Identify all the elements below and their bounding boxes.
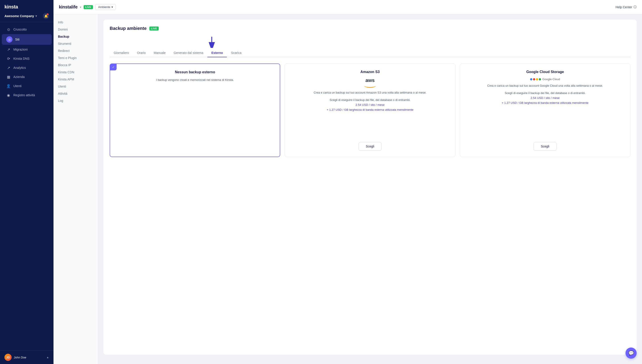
user-name: John Doe <box>14 356 26 359</box>
logo-text: kinsta <box>5 4 18 10</box>
card-gcloud-price2: + 1.27 USD / GB larghezza di banda ester… <box>502 101 588 104</box>
sidebar-item-azienda[interactable]: ▦ Azienda <box>2 72 52 81</box>
analytics-icon: ↗ <box>6 66 11 70</box>
sub-nav-strumenti[interactable]: Strumenti <box>54 40 98 47</box>
sub-nav-backup[interactable]: Backup <box>54 33 98 40</box>
sidebar-item-siti[interactable]: ◎ Siti <box>2 34 52 45</box>
tab-giornaliero[interactable]: Giornaliero <box>110 49 133 57</box>
sidebar-item-cruscotto[interactable]: ⊙ Cruscotto <box>2 25 52 34</box>
card-google-cloud: Google Cloud Storage <box>460 64 630 157</box>
nav-label: Kinsta DNS <box>13 57 30 60</box>
tab-generato[interactable]: Generato dal sistema <box>170 49 207 57</box>
gcloud-dot-blue <box>530 78 532 80</box>
selected-check-icon: ✓ <box>110 64 117 70</box>
sidebar-item-utenti[interactable]: 👤 Utenti <box>2 82 52 90</box>
aws-smile <box>364 84 376 88</box>
tab-orario[interactable]: Orario <box>133 49 150 57</box>
ambiente-button[interactable]: Ambiente ▾ <box>95 4 116 10</box>
nav-label: Azienda <box>13 75 25 79</box>
sub-nav-temi-plugin[interactable]: Temi e Plugin <box>54 54 98 62</box>
sidebar-item-analytics[interactable]: ↗ Analytics <box>2 63 52 72</box>
user-chevron-icon: ▲ <box>46 356 49 359</box>
sub-nav-kinsta-cdn[interactable]: Kinsta CDN <box>54 68 98 76</box>
card-s3-title: Amazon S3 <box>314 70 426 74</box>
gcloud-text: Google Cloud <box>542 78 560 81</box>
sub-nav-attivita[interactable]: Attività <box>54 90 98 97</box>
site-name: kinstalife <box>59 4 78 10</box>
user-avatar: JD <box>5 354 12 361</box>
company-row: Awesome Company ▾ 🔔 <box>5 13 49 19</box>
sub-nav-info[interactable]: Info <box>54 19 98 26</box>
card-s3-price1: 2.54 USD / sito / mese <box>356 103 385 106</box>
notification-dot <box>47 13 49 15</box>
nav-label: Registro attività <box>13 93 35 97</box>
company-name-text: Awesome Company <box>5 14 34 18</box>
card-no-backup[interactable]: ✓ Nessun backup esterno I backup vengono… <box>110 64 280 157</box>
sub-nav-log[interactable]: Log <box>54 97 98 104</box>
sidebar-footer: JD John Doe ▲ <box>0 350 54 364</box>
card-gcloud-pricing: 2.54 USD / sito / mese + 1.27 USD / GB l… <box>487 96 603 105</box>
card-s3-select-button[interactable]: Scegli <box>358 142 382 150</box>
sub-nav-domini[interactable]: Domini <box>54 26 98 33</box>
main: kinstalife ▾ LIVE Ambiente ▾ Help Center… <box>54 0 642 364</box>
sidebar-nav: ⊙ Cruscotto ◎ Siti ↗ Migrazioni ⟳ Kinsta… <box>0 22 54 350</box>
gcloud-dot-red <box>533 78 535 80</box>
help-center-link[interactable]: Help Center ⓘ <box>615 5 637 9</box>
sidebar-item-kinsta-dns[interactable]: ⟳ Kinsta DNS <box>2 54 52 63</box>
site-chevron-icon[interactable]: ▾ <box>80 5 81 9</box>
arrow-container <box>110 36 630 48</box>
tabs: Giornaliero Orario Manuale Generato dal … <box>110 49 630 57</box>
aws-logo: aws <box>314 78 426 88</box>
live-badge: LIVE <box>84 5 93 9</box>
sub-nav-utenti[interactable]: Utenti <box>54 83 98 90</box>
topbar-left: kinstalife ▾ LIVE Ambiente ▾ <box>59 4 116 10</box>
user-row[interactable]: JD John Doe <box>5 354 26 361</box>
users-icon: 👤 <box>6 84 11 88</box>
sidebar-item-migrazioni[interactable]: ↗ Migrazioni <box>2 45 52 54</box>
tab-scarica[interactable]: Scarica <box>227 49 245 57</box>
page-card: Backup ambiente LIVE <box>104 20 637 355</box>
gcloud-dot-green <box>539 78 541 80</box>
help-icon: ⓘ <box>633 5 637 9</box>
sidebar-item-registro[interactable]: ◉ Registro attività <box>2 91 52 100</box>
kinsta-logo: kinsta <box>5 4 49 10</box>
card-s3-description2: Scegli di eseguire il backup dei file, d… <box>314 98 426 102</box>
notification-bell[interactable]: 🔔 <box>43 13 49 19</box>
page-live-badge: LIVE <box>149 26 159 30</box>
sub-nav-redirect[interactable]: Redirect <box>54 47 98 54</box>
sub-sidebar: Info Domini Backup Strumenti Redirect Te… <box>54 14 98 364</box>
nav-label: Migrazioni <box>13 48 28 51</box>
home-icon: ⊙ <box>6 27 11 32</box>
activity-icon: ◉ <box>6 93 11 97</box>
gcloud-logo-inner: Google Cloud <box>530 78 560 81</box>
gcloud-dots <box>530 78 541 80</box>
card-s3-pricing: 2.54 USD / sito / mese + 1.27 USD / GB l… <box>314 102 426 112</box>
chat-button[interactable]: 💬 <box>625 348 637 359</box>
card-gcloud-price1: 2.54 USD / sito / mese <box>530 96 559 100</box>
card-s3-description: Crea e carica un backup sul tuo account … <box>314 90 426 95</box>
company-chevron-icon: ▾ <box>36 14 37 18</box>
help-center-text: Help Center <box>615 5 632 9</box>
company-icon: ▦ <box>6 75 11 79</box>
page-title: Backup ambiente <box>110 26 147 31</box>
sub-nav-blocca-ip[interactable]: Blocca IP <box>54 62 98 68</box>
nav-label: Utenti <box>13 84 22 88</box>
page-content: Backup ambiente LIVE <box>98 14 642 364</box>
card-gcloud-select-button[interactable]: Scegli <box>533 142 557 150</box>
arrow-down-icon <box>208 36 216 48</box>
aws-text: aws <box>364 78 376 83</box>
card-gcloud-description2: Scegli di eseguire il backup dei file, d… <box>487 91 603 96</box>
tab-esterno[interactable]: Esterno <box>207 49 227 57</box>
card-no-backup-title: Nessun backup esterno <box>156 70 234 74</box>
tab-manuale[interactable]: Manuale <box>150 49 170 57</box>
content-area: Info Domini Backup Strumenti Redirect Te… <box>54 14 642 364</box>
sub-nav-kinsta-apm[interactable]: Kinsta APM <box>54 76 98 83</box>
page-header: Backup ambiente LIVE <box>110 26 630 31</box>
card-gcloud-description: Crea e carica un backup sul tuo account … <box>487 84 603 88</box>
gcloud-dot-yellow <box>536 78 538 80</box>
sites-icon: ◎ <box>6 36 13 42</box>
card-gcloud-title: Google Cloud Storage <box>487 70 603 74</box>
company-name[interactable]: Awesome Company ▾ <box>5 14 37 18</box>
migrations-icon: ↗ <box>6 47 11 52</box>
ambiente-label: Ambiente <box>98 5 110 9</box>
